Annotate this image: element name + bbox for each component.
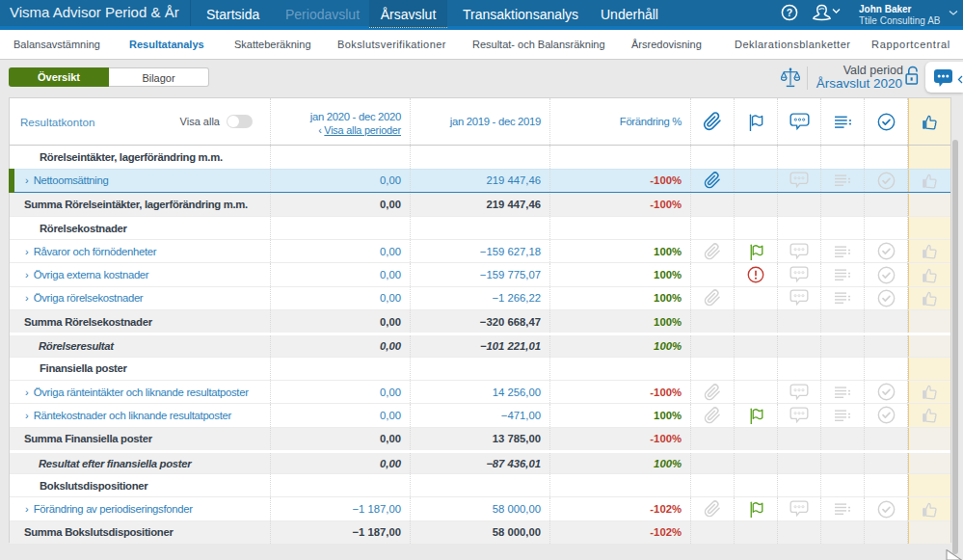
svg-text:?: ? (787, 7, 792, 18)
